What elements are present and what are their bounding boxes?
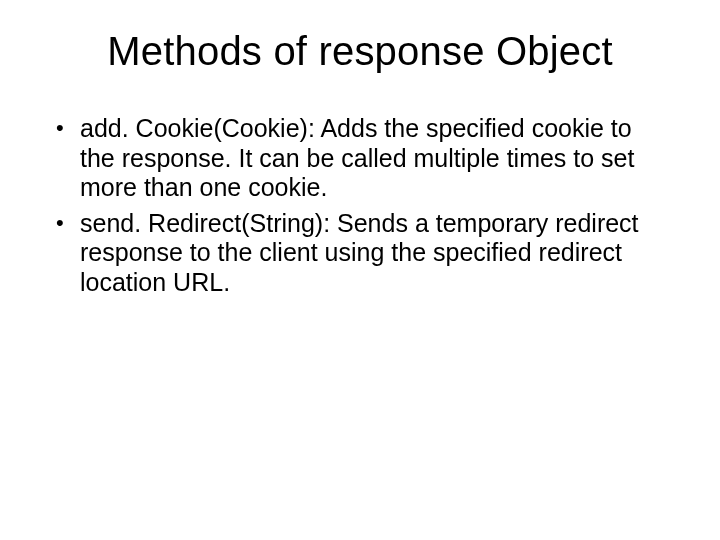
slide: Methods of response Object add. Cookie(C… — [0, 0, 720, 540]
slide-body: add. Cookie(Cookie): Adds the specified … — [52, 114, 668, 297]
bullet-list: add. Cookie(Cookie): Adds the specified … — [52, 114, 668, 297]
bullet-text: send. Redirect(String): Sends a temporar… — [80, 209, 639, 296]
list-item: add. Cookie(Cookie): Adds the specified … — [52, 114, 668, 203]
list-item: send. Redirect(String): Sends a temporar… — [52, 209, 668, 298]
bullet-text: add. Cookie(Cookie): Adds the specified … — [80, 114, 634, 201]
slide-title: Methods of response Object — [52, 28, 668, 74]
